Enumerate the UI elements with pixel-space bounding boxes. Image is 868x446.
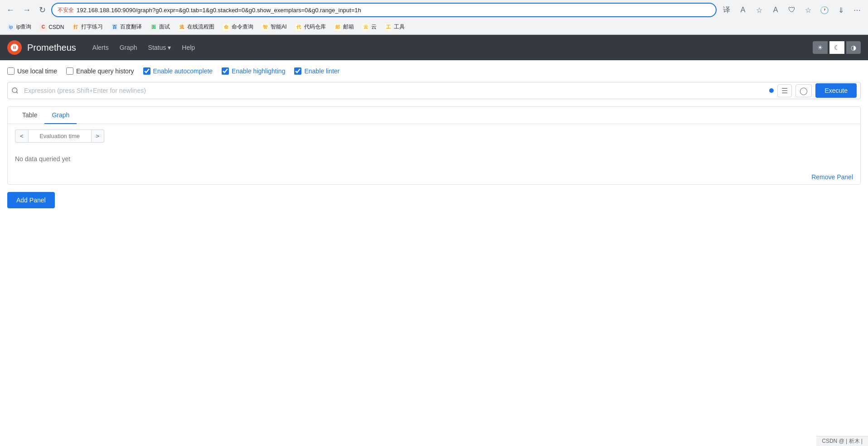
search-icon [11, 87, 19, 94]
status-dot [769, 88, 774, 93]
highlighting-checkbox[interactable] [222, 67, 229, 75]
option-linter[interactable]: Enable linter [294, 67, 339, 75]
bookmark-typing[interactable]: 打 打字练习 [68, 22, 107, 32]
bookmark-ai-label: 智能AI [271, 23, 286, 31]
query-history-checkbox[interactable] [66, 67, 73, 75]
bookmark-cloud[interactable]: 云 云 [359, 22, 380, 32]
theme-auto-button[interactable]: ◑ [846, 41, 861, 54]
app-logo [7, 40, 22, 55]
eval-prev-button[interactable]: < [15, 129, 28, 143]
bookmark-tools[interactable]: 工 工具 [381, 22, 408, 32]
chevron-down-icon: ▾ [168, 44, 171, 51]
bookmark-flowchart[interactable]: 流 在线流程图 [175, 22, 218, 32]
address-text: 192.168.188.160:9090/graph?g0.expr=&g0.t… [77, 7, 710, 14]
linter-label: Enable linter [304, 67, 339, 75]
eval-time-input[interactable] [28, 129, 92, 143]
panel-footer: Remove Panel [8, 170, 860, 184]
autocomplete-label: Enable autocomplete [153, 67, 213, 75]
svg-point-0 [12, 88, 17, 93]
address-bar[interactable]: 不安全 192.168.188.160:9090/graph?g0.expr=&… [51, 3, 717, 17]
nav-status-label: Status [148, 44, 166, 51]
tab-graph[interactable]: Graph [44, 107, 77, 124]
bookmark-cmd-icon: 命 [223, 24, 230, 31]
tab-table[interactable]: Table [15, 107, 44, 124]
bookmark-interview-label: 面试 [159, 23, 170, 31]
translate-button[interactable]: 译 [719, 3, 734, 17]
nav-graph[interactable]: Graph [114, 35, 143, 60]
star-button[interactable]: ☆ [752, 3, 766, 17]
bookmark-csdn[interactable]: C CSDN [36, 23, 68, 32]
app-content: Use local time Enable query history Enab… [0, 60, 868, 216]
no-data-message: No data queried yet [8, 148, 860, 170]
remove-panel-link[interactable]: Remove Panel [811, 173, 853, 181]
bookmark-typing-icon: 打 [72, 24, 79, 31]
download-button[interactable]: ⇓ [834, 3, 848, 17]
bookmark-code[interactable]: 代 代码仓库 [291, 22, 330, 32]
bookmark-code-icon: 代 [295, 24, 302, 31]
app-nav-links: Alerts Graph Status ▾ Help [87, 35, 200, 60]
bookmark-csdn-icon: C [39, 24, 47, 31]
autocomplete-checkbox[interactable] [143, 67, 150, 75]
bookmark-mail-label: 邮箱 [343, 23, 354, 31]
option-autocomplete[interactable]: Enable autocomplete [143, 67, 213, 75]
more-button[interactable]: ⋯ [850, 3, 864, 17]
theme-dark-button[interactable]: ☾ [829, 41, 844, 54]
bookmark-flowchart-icon: 流 [178, 24, 185, 31]
back-button[interactable]: ← [4, 4, 17, 17]
prometheus-logo-icon [10, 43, 19, 52]
use-local-time-checkbox[interactable] [7, 67, 15, 75]
bookmark-cmd[interactable]: 命 命令查询 [219, 22, 257, 32]
panel: Table Graph < > No data queried yet Remo… [7, 106, 861, 185]
execute-button[interactable]: Execute [815, 83, 857, 98]
bookmark-button[interactable]: ☆ [801, 3, 815, 17]
expression-actions: ☰ ◯ Execute [769, 83, 857, 98]
adblock-button[interactable]: 🛡 [785, 3, 799, 17]
forward-button[interactable]: → [20, 4, 34, 17]
app-navbar: Prometheus Alerts Graph Status ▾ Help ☀ … [0, 35, 868, 60]
option-highlighting[interactable]: Enable highlighting [222, 67, 285, 75]
bookmark-code-label: 代码仓库 [304, 23, 326, 31]
eval-row: < > [8, 124, 860, 148]
bookmark-csdn-label: CSDN [48, 24, 64, 30]
bookmark-tools-icon: 工 [385, 24, 392, 31]
browser-actions: 译 A ☆ A 🛡 ☆ 🕐 ⇓ ⋯ [719, 3, 864, 17]
option-query-history[interactable]: Enable query history [66, 67, 134, 75]
theme-light-button[interactable]: ☀ [813, 41, 828, 54]
option-use-local-time[interactable]: Use local time [7, 67, 57, 75]
refresh-button[interactable]: ↻ [36, 3, 48, 17]
expression-input[interactable] [22, 82, 766, 99]
bookmark-cloud-label: 云 [371, 23, 377, 31]
bookmark-translate[interactable]: 百 百度翻译 [107, 22, 145, 32]
bookmark-ai[interactable]: 智 智能AI [258, 22, 290, 32]
bookmark-interview-icon: 面 [150, 24, 157, 31]
font-button[interactable]: A [736, 3, 750, 17]
nav-help[interactable]: Help [176, 35, 200, 60]
nav-alerts[interactable]: Alerts [87, 35, 114, 60]
bookmark-ip-icon: ip [7, 24, 15, 31]
history-button[interactable]: 🕐 [817, 3, 832, 17]
bookmark-translate-icon: 百 [111, 24, 118, 31]
extension-button[interactable]: A [768, 3, 783, 17]
tabs-row: Table Graph [8, 107, 860, 124]
eval-next-button[interactable]: > [92, 129, 105, 143]
metrics-button[interactable]: ◯ [795, 84, 812, 97]
bookmark-cloud-icon: 云 [362, 24, 369, 31]
bookmark-ai-icon: 智 [262, 24, 269, 31]
svg-line-1 [16, 92, 18, 93]
add-panel-button[interactable]: Add Panel [7, 192, 55, 208]
format-button[interactable]: ☰ [777, 84, 792, 97]
security-warning: 不安全 [58, 6, 74, 14]
bookmark-ip[interactable]: ip ip查询 [4, 22, 35, 32]
bookmark-translate-label: 百度翻译 [120, 23, 142, 31]
linter-checkbox[interactable] [294, 67, 301, 75]
bookmark-flowchart-label: 在线流程图 [187, 23, 214, 31]
bookmark-mail[interactable]: 邮 邮箱 [330, 22, 358, 32]
browser-toolbar: ← → ↻ 不安全 192.168.188.160:9090/graph?g0.… [0, 0, 868, 20]
nav-status[interactable]: Status ▾ [143, 35, 177, 60]
bookmark-interview[interactable]: 面 面试 [146, 22, 174, 32]
navbar-right: ☀ ☾ ◑ [813, 41, 861, 54]
options-row: Use local time Enable query history Enab… [7, 67, 861, 75]
app-brand: Prometheus [27, 43, 76, 53]
expression-row: ☰ ◯ Execute [7, 82, 861, 99]
browser-chrome: ← → ↻ 不安全 192.168.188.160:9090/graph?g0.… [0, 0, 868, 35]
